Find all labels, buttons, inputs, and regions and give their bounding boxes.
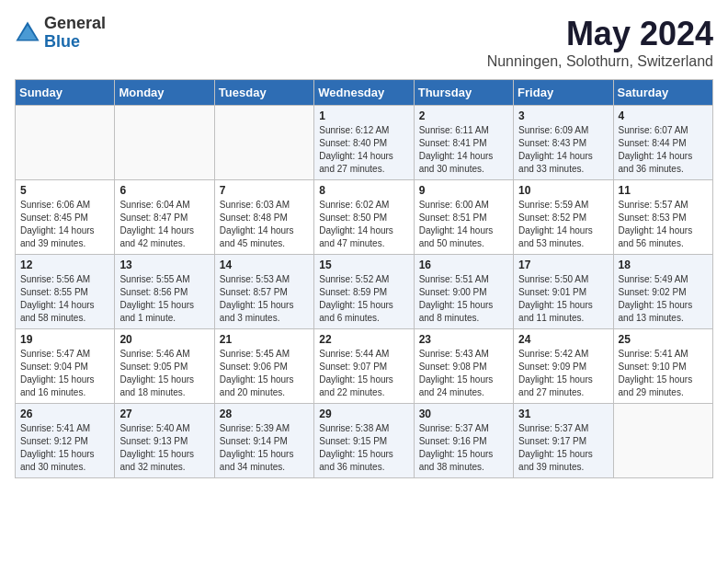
cell-content: Sunset: 8:48 PM [220, 212, 309, 224]
cell-content: Sunrise: 5:38 AM [319, 422, 408, 435]
calendar-cell: 1Sunrise: 6:12 AMSunset: 8:40 PMDaylight… [314, 106, 414, 180]
calendar-cell: 30Sunrise: 5:37 AMSunset: 9:16 PMDayligh… [414, 404, 513, 478]
calendar-week-row: 1Sunrise: 6:12 AMSunset: 8:40 PMDaylight… [16, 106, 713, 180]
calendar-cell: 6Sunrise: 6:04 AMSunset: 8:47 PMDaylight… [115, 180, 214, 255]
day-number: 25 [619, 333, 708, 346]
cell-content: Sunset: 8:47 PM [119, 212, 209, 224]
cell-content: Sunset: 8:41 PM [419, 137, 508, 150]
cell-content: Daylight: 15 hours and 11 minutes. [518, 299, 608, 325]
cell-content: Daylight: 14 hours and 42 minutes. [119, 224, 209, 250]
logo-blue-text: Blue [44, 33, 106, 52]
cell-content: Sunset: 9:17 PM [518, 435, 608, 448]
cell-content: Sunrise: 5:51 AM [419, 273, 508, 286]
calendar-cell: 11Sunrise: 5:57 AMSunset: 8:53 PMDayligh… [613, 180, 712, 255]
cell-content: Sunrise: 5:45 AM [220, 348, 309, 361]
cell-content: Daylight: 14 hours and 36 minutes. [619, 150, 708, 176]
day-number: 1 [319, 109, 408, 122]
cell-content: Sunrise: 6:11 AM [419, 124, 508, 137]
calendar-cell: 5Sunrise: 6:06 AMSunset: 8:45 PMDaylight… [16, 180, 115, 255]
day-number: 27 [119, 408, 209, 420]
cell-content: Sunset: 9:05 PM [119, 361, 209, 373]
cell-content: Daylight: 15 hours and 6 minutes. [319, 299, 408, 325]
day-header-thursday: Thursday [414, 80, 513, 106]
calendar-cell: 28Sunrise: 5:39 AMSunset: 9:14 PMDayligh… [214, 404, 313, 478]
day-number: 13 [119, 259, 209, 271]
calendar-cell: 2Sunrise: 6:11 AMSunset: 8:41 PMDaylight… [414, 106, 513, 180]
day-number: 22 [319, 333, 408, 346]
day-number: 2 [419, 109, 508, 122]
day-header-wednesday: Wednesday [314, 80, 414, 106]
calendar-cell: 25Sunrise: 5:41 AMSunset: 9:10 PMDayligh… [613, 329, 712, 404]
calendar-cell: 9Sunrise: 6:00 AMSunset: 8:51 PMDaylight… [414, 180, 513, 255]
cell-content: Sunset: 8:45 PM [20, 212, 109, 224]
cell-content: Daylight: 15 hours and 13 minutes. [619, 299, 708, 325]
day-number: 5 [20, 184, 109, 197]
cell-content: Sunrise: 5:59 AM [518, 199, 608, 212]
calendar-cell: 8Sunrise: 6:02 AMSunset: 8:50 PMDaylight… [314, 180, 414, 255]
calendar-cell: 7Sunrise: 6:03 AMSunset: 8:48 PMDaylight… [214, 180, 313, 255]
calendar-cell: 12Sunrise: 5:56 AMSunset: 8:55 PMDayligh… [16, 255, 115, 329]
cell-content: Sunset: 9:04 PM [20, 361, 109, 373]
cell-content: Sunset: 9:10 PM [619, 361, 708, 373]
day-header-tuesday: Tuesday [214, 80, 313, 106]
cell-content: Sunset: 8:55 PM [20, 286, 109, 299]
cell-content: Sunset: 8:51 PM [419, 212, 508, 224]
cell-content: Daylight: 14 hours and 56 minutes. [619, 224, 708, 250]
day-header-monday: Monday [115, 80, 214, 106]
calendar-cell [115, 106, 214, 180]
page-header: General Blue May 2024 Nunningen, Solothu… [15, 15, 713, 70]
cell-content: Sunset: 8:56 PM [119, 286, 209, 299]
day-number: 23 [419, 333, 508, 346]
cell-content: Sunset: 8:50 PM [319, 212, 408, 224]
day-number: 30 [419, 408, 508, 420]
calendar-cell: 21Sunrise: 5:45 AMSunset: 9:06 PMDayligh… [214, 329, 313, 404]
calendar-cell: 15Sunrise: 5:52 AMSunset: 8:59 PMDayligh… [314, 255, 414, 329]
calendar-body: 1Sunrise: 6:12 AMSunset: 8:40 PMDaylight… [16, 106, 713, 478]
calendar-cell: 18Sunrise: 5:49 AMSunset: 9:02 PMDayligh… [613, 255, 712, 329]
cell-content: Daylight: 14 hours and 45 minutes. [220, 224, 309, 250]
cell-content: Sunset: 9:06 PM [220, 361, 309, 373]
cell-content: Daylight: 14 hours and 33 minutes. [518, 150, 608, 176]
cell-content: Sunrise: 5:57 AM [619, 199, 708, 212]
cell-content: Daylight: 15 hours and 24 minutes. [419, 373, 508, 399]
calendar-week-row: 12Sunrise: 5:56 AMSunset: 8:55 PMDayligh… [16, 255, 713, 329]
calendar-cell [16, 106, 115, 180]
cell-content: Sunrise: 6:02 AM [319, 199, 408, 212]
calendar-cell: 14Sunrise: 5:53 AMSunset: 8:57 PMDayligh… [214, 255, 313, 329]
day-number: 24 [518, 333, 608, 346]
day-number: 15 [319, 259, 408, 271]
calendar-cell: 13Sunrise: 5:55 AMSunset: 8:56 PMDayligh… [115, 255, 214, 329]
cell-content: Sunrise: 5:44 AM [319, 348, 408, 361]
cell-content: Daylight: 15 hours and 3 minutes. [220, 299, 309, 325]
cell-content: Sunrise: 5:55 AM [119, 273, 209, 286]
calendar-week-row: 26Sunrise: 5:41 AMSunset: 9:12 PMDayligh… [16, 404, 713, 478]
day-number: 10 [518, 184, 608, 197]
day-number: 18 [619, 259, 708, 271]
cell-content: Sunset: 9:13 PM [119, 435, 209, 448]
cell-content: Daylight: 14 hours and 30 minutes. [419, 150, 508, 176]
day-number: 19 [20, 333, 109, 346]
cell-content: Sunset: 8:40 PM [319, 137, 408, 150]
cell-content: Sunrise: 6:12 AM [319, 124, 408, 137]
day-number: 12 [20, 259, 109, 271]
day-number: 20 [119, 333, 209, 346]
day-header-sunday: Sunday [16, 80, 115, 106]
logo: General Blue [15, 15, 106, 52]
cell-content: Sunset: 9:16 PM [419, 435, 508, 448]
calendar-cell: 26Sunrise: 5:41 AMSunset: 9:12 PMDayligh… [16, 404, 115, 478]
cell-content: Daylight: 14 hours and 58 minutes. [20, 299, 109, 325]
cell-content: Daylight: 15 hours and 34 minutes. [220, 448, 309, 474]
calendar-cell: 16Sunrise: 5:51 AMSunset: 9:00 PMDayligh… [414, 255, 513, 329]
cell-content: Daylight: 15 hours and 29 minutes. [619, 373, 708, 399]
calendar-cell: 27Sunrise: 5:40 AMSunset: 9:13 PMDayligh… [115, 404, 214, 478]
day-number: 16 [419, 259, 508, 271]
cell-content: Daylight: 15 hours and 27 minutes. [518, 373, 608, 399]
calendar-cell: 19Sunrise: 5:47 AMSunset: 9:04 PMDayligh… [16, 329, 115, 404]
calendar-week-row: 5Sunrise: 6:06 AMSunset: 8:45 PMDaylight… [16, 180, 713, 255]
cell-content: Sunrise: 5:49 AM [619, 273, 708, 286]
calendar-cell: 20Sunrise: 5:46 AMSunset: 9:05 PMDayligh… [115, 329, 214, 404]
cell-content: Sunrise: 5:56 AM [20, 273, 109, 286]
calendar-cell: 17Sunrise: 5:50 AMSunset: 9:01 PMDayligh… [514, 255, 613, 329]
cell-content: Daylight: 14 hours and 27 minutes. [319, 150, 408, 176]
calendar-table: SundayMondayTuesdayWednesdayThursdayFrid… [15, 79, 713, 478]
